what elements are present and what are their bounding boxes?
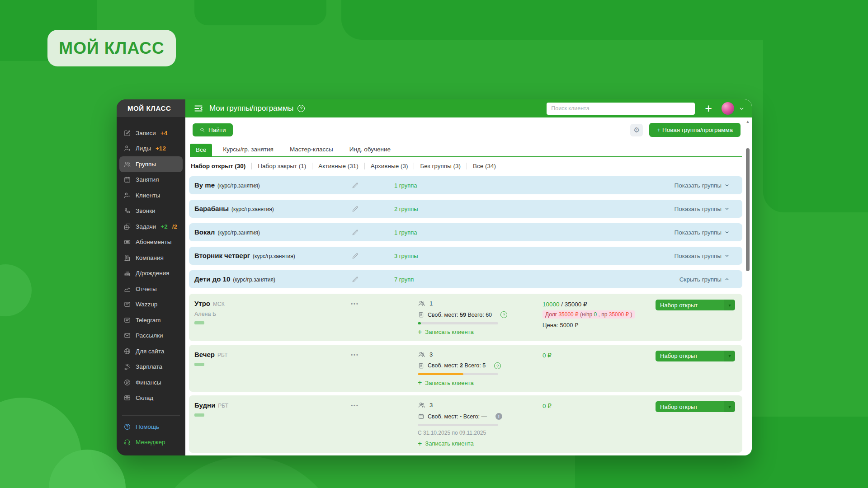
enroll-client-button[interactable]: +Записать клиента	[418, 328, 542, 336]
sidebar-item-finansy[interactable]: Финансы	[119, 375, 183, 390]
toolbar: Найти ⚙ + Новая группа/программа	[193, 123, 741, 137]
toggle-groups-button[interactable]: Показать группы	[675, 206, 736, 212]
debt-segment: 35000 ₽	[609, 311, 629, 318]
tab-masterclasses[interactable]: Мастер-классы	[284, 143, 339, 156]
filter-no-group[interactable]: Без группы (3)	[414, 163, 467, 169]
sidebar-item-rassylki[interactable]: Рассылки	[119, 328, 183, 344]
pencil-icon	[351, 252, 359, 260]
client-search-input[interactable]	[547, 103, 695, 115]
status-dropdown[interactable]: Набор открыт▾	[656, 351, 735, 361]
row-menu-button[interactable]: •••	[351, 351, 359, 357]
sidebar-item-sklad[interactable]: Склад	[119, 390, 183, 406]
program-name-cell: By me(курс/гр.занятия)	[194, 181, 330, 189]
sidebar-item-gruppy[interactable]: Группы	[119, 156, 183, 172]
filter-active[interactable]: Активные (31)	[312, 163, 364, 169]
sidebar-item-wazzup[interactable]: Wazzup	[119, 297, 183, 313]
status-dropdown[interactable]: Набор открыт▾	[656, 401, 735, 412]
sidebar-item-zarplata[interactable]: Зарплата	[119, 359, 183, 375]
info-circle-icon[interactable]: !	[495, 413, 502, 420]
toggle-groups-button[interactable]: Показать группы	[675, 253, 736, 259]
tab-all[interactable]: Все	[190, 144, 212, 156]
tab-courses[interactable]: Курсы/гр. занятия	[217, 143, 279, 156]
scroll-up-arrow[interactable]: ▲	[745, 119, 751, 124]
chevron-down-icon[interactable]	[739, 106, 745, 112]
edit-program-button[interactable]	[351, 252, 359, 260]
group-name-cell: ВечерРБТ	[194, 351, 330, 366]
sidebar-item-label: Группы	[136, 161, 156, 168]
collapse-menu-icon[interactable]	[193, 103, 203, 113]
caret-down-icon: ▾	[724, 401, 735, 412]
sidebar-item-zvonki[interactable]: Звонки	[119, 203, 183, 219]
filter-all[interactable]: Все (34)	[467, 163, 502, 169]
sidebar-item-label: Менеджер	[136, 439, 165, 446]
group-row: УтроМСКАлена Б•••1Своб. мест: 59 Всего: …	[189, 294, 742, 341]
sidebar-item-kompaniya[interactable]: Компания	[119, 250, 183, 266]
sidebar-footer: ПомощьМенеджер	[122, 415, 180, 455]
cake-icon	[123, 269, 131, 277]
question-circle-icon[interactable]: ?	[494, 362, 501, 369]
sidebar-item-abonementy[interactable]: Абонементы	[119, 235, 183, 250]
main-panel: Мои группы/программы ? + Найти ⚙ +	[185, 99, 752, 455]
edit-program-button[interactable]	[351, 182, 359, 189]
filter-open[interactable]: Набор открыт (30)	[191, 163, 252, 169]
capacity-progress-fill	[418, 322, 421, 324]
scrollbar-thumb[interactable]	[746, 148, 750, 271]
quick-add-button[interactable]: +	[705, 103, 712, 115]
sidebar-item-label: Задачи	[136, 223, 156, 230]
globe-icon	[123, 347, 131, 355]
finance-icon	[123, 379, 131, 386]
seats-line: Своб. мест: 59 Всего: 60?	[418, 311, 542, 318]
toggle-groups-label: Показать группы	[675, 182, 722, 189]
program-row: By me(курс/гр.занятия)1 группаПоказать г…	[189, 176, 742, 194]
id-badge-icon	[418, 362, 425, 369]
program-name-cell: Вокал(курс/гр.занятия)	[194, 228, 330, 236]
program-row: Вторник четверг(курс/гр.занятия)3 группы…	[189, 247, 742, 265]
program-group-count: 1 группа	[380, 229, 675, 236]
sidebar-item-zadachi[interactable]: Задачи+2/2	[119, 219, 183, 235]
row-menu-button[interactable]: •••	[351, 401, 359, 408]
filter-closed[interactable]: Набор закрыт (1)	[252, 163, 312, 169]
sidebar-badge: /2	[172, 223, 177, 230]
sidebar-item-label: Склад	[136, 394, 153, 401]
toggle-groups-button[interactable]: Показать группы	[675, 182, 736, 189]
sidebar-item-birthdays[interactable]: Д/рождения	[119, 266, 183, 282]
new-group-button[interactable]: + Новая группа/программа	[649, 123, 741, 137]
status-dropdown[interactable]: Набор открыт▾	[656, 300, 735, 310]
students-line: 1	[418, 300, 542, 307]
chevron-down-icon	[724, 206, 730, 211]
sidebar-item-label: Абонементы	[136, 239, 171, 245]
filter-archived[interactable]: Архивные (3)	[365, 163, 415, 169]
debt-segment: 35000 ₽	[558, 311, 580, 318]
edit-program-button[interactable]	[351, 229, 359, 236]
sidebar-item-help[interactable]: Помощь	[119, 419, 183, 435]
find-button[interactable]: Найти	[193, 123, 233, 136]
enroll-client-button[interactable]: +Записать клиента	[418, 379, 542, 386]
seats-line: Своб. мест: - Всего: —!	[418, 413, 542, 420]
sidebar: МОЙ КЛАСС Записи+4Лиды+12ГруппыЗанятияКл…	[117, 99, 185, 455]
program-name: Дети до 10	[194, 275, 230, 283]
sidebar-item-zapisi[interactable]: Записи+4	[119, 125, 183, 141]
sidebar-item-klienty[interactable]: Клиенты	[119, 188, 183, 203]
program-name: Барабаны	[194, 205, 229, 212]
sidebar-item-for-site[interactable]: Для сайта	[119, 343, 183, 359]
sidebar-item-label: Финансы	[136, 379, 161, 386]
edit-program-button[interactable]	[351, 276, 359, 283]
tab-individual[interactable]: Инд. обучение	[344, 143, 396, 156]
gear-icon[interactable]: ⚙	[630, 124, 643, 136]
question-circle-icon[interactable]: ?	[500, 311, 507, 318]
edit-program-button[interactable]	[351, 205, 359, 213]
sidebar-item-label: Занятия	[136, 176, 159, 183]
sidebar-item-zanyatiya[interactable]: Занятия	[119, 172, 183, 188]
sidebar-item-telegram[interactable]: Telegram	[119, 312, 183, 328]
help-circle-icon[interactable]: ?	[297, 105, 305, 112]
toggle-groups-button[interactable]: Показать группы	[675, 229, 736, 236]
pencil-icon	[351, 229, 359, 236]
row-menu-button[interactable]: •••	[351, 300, 359, 306]
sidebar-item-otchety[interactable]: Отчеты	[119, 281, 183, 297]
user-avatar[interactable]	[722, 102, 734, 115]
sidebar-item-lidy[interactable]: Лиды+12	[119, 141, 183, 157]
enroll-client-button[interactable]: +Записать клиента	[418, 440, 542, 447]
program-group-count: 3 группы	[380, 253, 675, 259]
sidebar-item-manager[interactable]: Менеджер	[119, 435, 183, 450]
toggle-groups-button[interactable]: Скрыть группы	[679, 276, 735, 283]
